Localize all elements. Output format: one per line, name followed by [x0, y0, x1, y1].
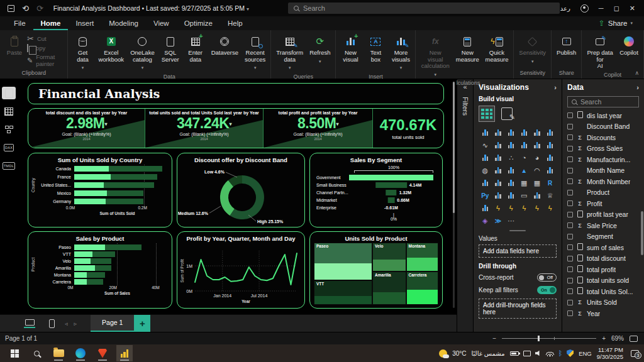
zoom-in-button[interactable]: + — [602, 335, 606, 342]
brave-button[interactable] — [94, 345, 111, 361]
treemap-tile-paseo[interactable]: Paseo — [314, 243, 372, 280]
card-total-units-sold[interactable]: 470.67K total units sold — [373, 109, 443, 148]
excel-workbook-button[interactable]: XExcel workbook — [95, 33, 127, 65]
undo-icon[interactable]: ⟲ — [22, 4, 29, 13]
more-visuals-button[interactable]: ✎More visuals ▾ — [388, 33, 413, 74]
field-checkbox[interactable] — [567, 112, 573, 118]
matrix-visual-icon[interactable]: ▦ — [531, 178, 544, 188]
kpi-card-2[interactable]: total units sold and total Units Sold la… — [145, 109, 264, 148]
prep-data-for-ai-button[interactable]: Prep data for AI — [584, 33, 616, 72]
field-checkbox[interactable] — [567, 168, 573, 173]
field-total-profit[interactable]: total profit — [567, 264, 643, 275]
collapse-data-panel-icon[interactable]: › — [636, 84, 639, 91]
key-influencers-icon[interactable] — [492, 190, 505, 200]
field-checkbox[interactable] — [567, 134, 573, 140]
chart-discount-by-band[interactable]: Discount offer by Discount Band Low 4.6%… — [177, 153, 305, 228]
power-apps-icon[interactable]: ◈ — [479, 216, 492, 226]
menu-home[interactable]: Home — [33, 16, 69, 30]
paginated-report-icon[interactable] — [479, 203, 492, 213]
quick-measure-button[interactable]: ϟQuick measure — [482, 33, 512, 65]
field-month-name[interactable]: Month Name — [567, 165, 643, 177]
copilot-button[interactable]: Copilot — [616, 33, 641, 58]
treemap-tile-amarilla[interactable]: Amarilla — [372, 272, 406, 305]
chart-sales-by-segment[interactable]: Sales By Segment 100% GovernmentSmall Bu… — [309, 153, 443, 228]
cut-button[interactable]: ✂Cut — [27, 35, 65, 43]
field-sum-of-sales[interactable]: sum of sales — [567, 242, 643, 253]
field-units-sold[interactable]: Σ Units Sold — [567, 297, 643, 309]
edge-button[interactable] — [72, 345, 89, 361]
custom-visual-1-icon[interactable]: ϟ — [518, 203, 531, 213]
format-painter-button[interactable]: ✎Format painter — [27, 53, 65, 67]
text-box-button[interactable]: AText box — [363, 33, 388, 65]
cast-icon[interactable] — [523, 351, 531, 356]
table-visual-icon[interactable]: ▦ — [518, 178, 531, 188]
recent-sources-button[interactable]: Recent sources ▾ — [242, 33, 269, 74]
field-gross-sales[interactable]: Σ Gross Sales — [567, 143, 643, 155]
scatter-chart-icon[interactable]: ∴ — [504, 153, 518, 163]
map-icon[interactable]: ◍ — [479, 165, 492, 175]
format-visual-mode-button[interactable] — [501, 107, 513, 120]
panel-drag-handle[interactable] — [509, 230, 526, 231]
line-clustered-column-chart-icon[interactable] — [531, 140, 544, 150]
decomposition-tree-icon[interactable] — [504, 190, 518, 200]
publish-button[interactable]: ↑Publish — [553, 33, 579, 58]
clock[interactable]: 11:47 PM 9/30/2025 — [597, 346, 623, 360]
keep-all-filters-toggle[interactable]: On — [537, 286, 557, 294]
collapse-panel-icon[interactable]: › — [554, 84, 557, 91]
field-product[interactable]: Product — [567, 187, 643, 199]
bluetooth-icon[interactable]: ᛒ — [558, 350, 563, 357]
menu-insert[interactable]: Insert — [68, 16, 101, 30]
field-profit[interactable]: Σ Profit — [567, 198, 643, 209]
cross-report-toggle[interactable]: Off — [537, 273, 557, 282]
model-view[interactable] — [2, 123, 16, 136]
stacked-column-chart-icon[interactable] — [492, 128, 505, 138]
field-checkbox[interactable] — [567, 300, 573, 305]
chart-profit-by-time[interactable]: Profit by Year, Quarter, Month and Day 0… — [177, 231, 305, 309]
python-script-icon[interactable]: Py — [479, 190, 492, 200]
smart-narrative-icon[interactable] — [531, 190, 544, 200]
menu-help[interactable]: Help — [220, 16, 250, 30]
new-visual-calculation-button[interactable]: fxNew visual calculation ▾ — [418, 33, 453, 80]
dax-query-view[interactable]: DAX — [2, 141, 16, 154]
maximize-button[interactable]: ◻ — [614, 4, 619, 13]
kpi-strip[interactable]: total discount and dis last year by Year… — [28, 108, 444, 148]
field-checkbox[interactable] — [567, 256, 573, 261]
copy-button[interactable]: Copy — [27, 45, 65, 52]
field-segment[interactable]: Segment — [567, 231, 643, 243]
table-view[interactable] — [2, 105, 16, 118]
area-chart-icon[interactable] — [492, 140, 505, 150]
kpi-card-1[interactable]: total discount and dis last year by Year… — [28, 109, 145, 148]
filled-map-icon[interactable] — [492, 165, 505, 175]
share-button[interactable]: ⇪ Share ▾ — [599, 19, 633, 28]
dashboard-title-card[interactable]: Financial Analysis — [28, 83, 444, 104]
get-more-visuals-icon[interactable]: ⋯ — [504, 216, 518, 226]
metrics-icon[interactable]: ♕ — [543, 190, 557, 200]
field-checkbox[interactable] — [567, 200, 573, 206]
field-profit-last-year[interactable]: profit last year — [567, 209, 643, 221]
onelake-catalog-button[interactable]: OneLake catalog ▾ — [127, 33, 158, 74]
transform-data-button[interactable]: ✎Transform data ▾ — [273, 33, 306, 74]
minimize-button[interactable]: ─ — [599, 4, 604, 12]
ribbon-chart-icon[interactable] — [543, 140, 557, 150]
notification-icon[interactable]: 3 — [631, 350, 639, 357]
r-script-icon[interactable]: R — [543, 178, 557, 188]
slicer-icon[interactable] — [504, 178, 518, 188]
page-tab[interactable]: Page 1 — [91, 315, 134, 332]
field-checkbox[interactable] — [567, 244, 573, 250]
page-nav-arrows[interactable]: ◃▹ — [65, 321, 83, 327]
custom-visual-3-icon[interactable]: ϟ — [543, 203, 557, 213]
add-drill-through-well[interactable]: Add drill-through fields here — [479, 299, 557, 319]
taskbar-search-button[interactable] — [28, 345, 45, 361]
collapse-ribbon-icon[interactable]: ∧ — [635, 70, 639, 76]
close-button[interactable]: ✕ — [630, 4, 635, 13]
field-discount-band[interactable]: Discount Band — [567, 121, 643, 133]
field-year[interactable]: Σ Year — [567, 308, 643, 319]
field-checkbox[interactable] — [567, 266, 573, 272]
100-stacked-bar-chart-icon[interactable] — [531, 128, 544, 138]
refresh-button[interactable]: ⟳Refresh ▾ — [306, 33, 333, 67]
report-view[interactable] — [2, 87, 16, 99]
card-visual-icon[interactable] — [543, 165, 557, 175]
field-checkbox[interactable] — [567, 146, 573, 151]
waterfall-chart-icon[interactable] — [479, 153, 492, 163]
menu-modeling[interactable]: Modeling — [101, 16, 146, 30]
